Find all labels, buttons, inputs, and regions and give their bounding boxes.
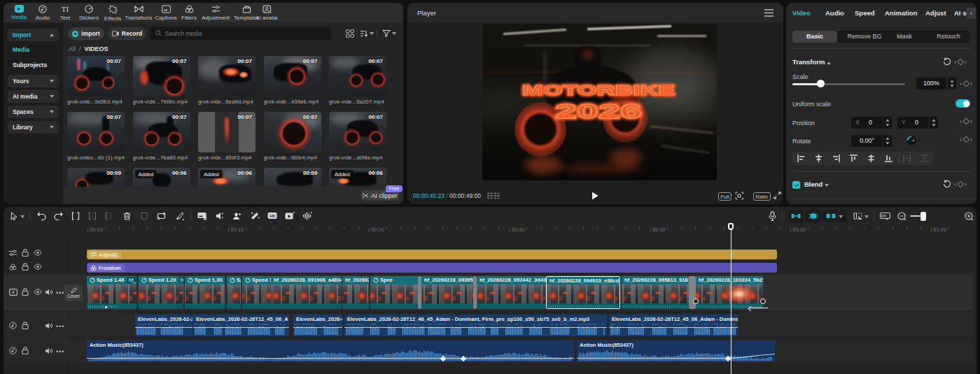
- svg-text:HD: HD: [270, 214, 275, 218]
- svg-text:MOTORBIKE: MOTORBIKE: [522, 82, 675, 98]
- svg-text:2026: 2026: [555, 99, 642, 122]
